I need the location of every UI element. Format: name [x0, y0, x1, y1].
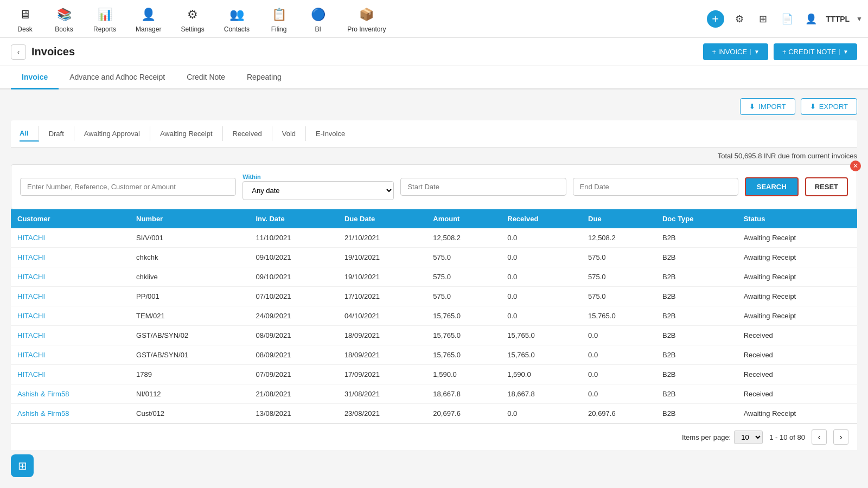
cell-inv-date: 21/08/2021 — [249, 384, 337, 404]
search-input[interactable] — [20, 178, 236, 196]
cell-status: Awaiting Receipt — [737, 306, 857, 326]
col-number: Number — [130, 209, 249, 228]
col-status: Status — [737, 209, 857, 228]
next-page-button[interactable]: › — [833, 429, 848, 445]
tab-invoice[interactable]: Invoice — [11, 66, 59, 89]
user-circle-icon[interactable]: 👤 — [802, 10, 820, 28]
page-title: Invoices — [31, 46, 703, 58]
cell-inv-date: 13/08/2021 — [249, 404, 337, 423]
table-body: HITACHI SI/V/001 11/10/2021 21/10/2021 1… — [11, 228, 857, 423]
cell-number: GST/AB/SYN/01 — [130, 345, 249, 365]
cell-doc-type: B2B — [656, 326, 737, 345]
status-tab-e-invoice[interactable]: E-Invoice — [306, 126, 355, 141]
end-date-input[interactable] — [573, 178, 738, 196]
import-label: IMPORT — [758, 102, 786, 111]
cell-customer: HITACHI — [11, 267, 130, 287]
cell-doc-type: B2B — [656, 248, 737, 267]
org-chevron-icon[interactable]: ▼ — [856, 15, 863, 23]
back-button[interactable]: ‹ — [11, 44, 26, 60]
within-select[interactable]: Any date This month Last month This year — [242, 181, 394, 200]
gear-icon[interactable]: ⚙ — [731, 10, 748, 28]
customer-link[interactable]: HITACHI — [17, 370, 45, 378]
customer-link[interactable]: HITACHI — [17, 351, 45, 359]
tab-advance-adhoc[interactable]: Advance and Adhoc Receipt — [59, 66, 176, 89]
nav-books[interactable]: 📚 Books — [44, 1, 84, 37]
credit-note-dropdown-arrow[interactable]: ▼ — [839, 49, 848, 55]
status-tab-awaiting-receipt[interactable]: Awaiting Receipt — [150, 126, 223, 141]
nav-desk[interactable]: 🖥 Desk — [5, 1, 44, 37]
doc-icon[interactable]: 📄 — [778, 10, 796, 28]
customer-link[interactable]: HITACHI — [17, 234, 45, 242]
nav-filing[interactable]: 📋 Filing — [259, 1, 298, 37]
cell-due-date: 18/09/2021 — [338, 345, 426, 365]
table-row: HITACHI SI/V/001 11/10/2021 21/10/2021 1… — [11, 228, 857, 248]
cell-customer: HITACHI — [11, 365, 130, 384]
status-tabs: All Draft Awaiting Approval Awaiting Rec… — [11, 120, 857, 147]
grid-apps-icon[interactable]: ⊞ — [755, 10, 772, 28]
start-date-input[interactable] — [400, 178, 566, 196]
import-button[interactable]: ⬇ IMPORT — [740, 98, 795, 115]
pro-inventory-icon: 📦 — [357, 5, 376, 24]
cell-doc-type: B2B — [656, 365, 737, 384]
status-tab-awaiting-approval[interactable]: Awaiting Approval — [74, 126, 150, 141]
customer-link[interactable]: HITACHI — [17, 292, 45, 300]
add-button[interactable]: + — [707, 10, 724, 28]
nav-items: 🖥 Desk 📚 Books 📊 Reports 👤 Manager ⚙ Set… — [5, 1, 707, 37]
cell-due: 0.0 — [582, 326, 656, 345]
bi-icon: 🔵 — [308, 5, 328, 24]
search-bar: Within Any date This month Last month Th… — [11, 164, 857, 209]
invoice-dropdown-arrow[interactable]: ▼ — [750, 49, 760, 55]
credit-note-button[interactable]: + CREDIT NOTE ▼ — [774, 43, 857, 60]
cell-number: SI/V/001 — [130, 228, 249, 248]
status-tab-void[interactable]: Void — [272, 126, 306, 141]
cell-customer: HITACHI — [11, 248, 130, 267]
prev-page-button[interactable]: ‹ — [812, 429, 827, 445]
customer-link[interactable]: HITACHI — [17, 273, 45, 281]
customer-link[interactable]: HITACHI — [17, 253, 45, 261]
search-button[interactable]: SEARCH — [745, 177, 799, 196]
cell-received: 15,765.0 — [501, 326, 582, 345]
cell-customer: Ashish & Firm58 — [11, 384, 130, 404]
col-amount: Amount — [426, 209, 501, 228]
tab-repeating[interactable]: Repeating — [236, 66, 292, 89]
status-tab-draft[interactable]: Draft — [39, 126, 74, 141]
cell-due-date: 19/10/2021 — [338, 267, 426, 287]
reset-button[interactable]: RESET — [805, 177, 848, 196]
invoice-button[interactable]: + INVOICE ▼ — [703, 43, 768, 60]
nav-pro-inventory[interactable]: 📦 Pro Inventory — [337, 1, 395, 37]
cell-received: 15,765.0 — [501, 345, 582, 365]
cell-status: Received — [737, 326, 857, 345]
customer-link[interactable]: Ashish & Firm58 — [17, 409, 69, 418]
per-page-select[interactable]: 10 25 50 — [734, 431, 763, 444]
table-row: HITACHI PP/001 07/10/2021 17/10/2021 575… — [11, 287, 857, 306]
cell-customer: Ashish & Firm58 — [11, 404, 130, 423]
cell-status: Awaiting Receipt — [737, 404, 857, 423]
cell-customer: HITACHI — [11, 326, 130, 345]
grid-icon-button[interactable]: ⊞ — [11, 454, 34, 477]
status-tab-all[interactable]: All — [20, 126, 39, 142]
cell-amount: 15,765.0 — [426, 306, 501, 326]
cell-due: 575.0 — [582, 267, 656, 287]
cell-doc-type: B2B — [656, 345, 737, 365]
export-button[interactable]: ⬇ EXPORT — [801, 98, 857, 115]
nav-contacts[interactable]: 👥 Contacts — [214, 1, 259, 37]
close-search-button[interactable]: ✕ — [850, 160, 861, 171]
table-row: HITACHI 1789 07/09/2021 17/09/2021 1,590… — [11, 365, 857, 384]
cell-doc-type: B2B — [656, 267, 737, 287]
customer-link[interactable]: HITACHI — [17, 331, 45, 339]
nav-settings[interactable]: ⚙ Settings — [171, 1, 214, 37]
customer-link[interactable]: HITACHI — [17, 312, 45, 320]
cell-amount: 20,697.6 — [426, 404, 501, 423]
customer-link[interactable]: Ashish & Firm58 — [17, 390, 69, 398]
export-label: EXPORT — [819, 102, 848, 111]
nav-manager[interactable]: 👤 Manager — [126, 1, 171, 37]
cell-received: 0.0 — [501, 404, 582, 423]
cell-doc-type: B2B — [656, 404, 737, 423]
cell-doc-type: B2B — [656, 287, 737, 306]
status-tab-received[interactable]: Received — [223, 126, 272, 141]
nav-bi[interactable]: 🔵 BI — [298, 1, 337, 37]
cell-number: chklive — [130, 267, 249, 287]
tab-credit-note[interactable]: Credit Note — [176, 66, 236, 89]
nav-reports[interactable]: 📊 Reports — [84, 1, 126, 37]
cell-due: 0.0 — [582, 365, 656, 384]
